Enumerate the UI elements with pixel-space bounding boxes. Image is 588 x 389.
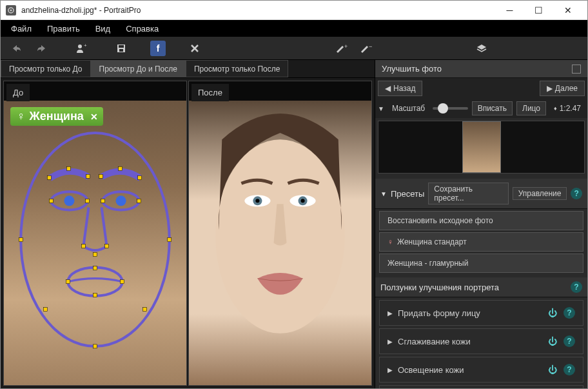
before-label: До: [6, 84, 30, 101]
maximize-button[interactable]: ☐: [524, 1, 553, 20]
svg-point-9: [21, 133, 170, 346]
brush-minus-button[interactable]: −: [355, 39, 377, 57]
svg-rect-21: [49, 199, 53, 203]
cancel-button[interactable]: [184, 39, 206, 57]
svg-rect-23: [101, 199, 105, 203]
slider-skin-smoothing[interactable]: ▶Сглаживание кожи⏻?: [379, 328, 583, 354]
chevron-down-icon: ▼: [380, 190, 387, 197]
svg-rect-31: [93, 294, 97, 297]
svg-rect-5: [119, 45, 124, 48]
help-icon[interactable]: ?: [564, 335, 575, 347]
svg-rect-18: [99, 174, 103, 178]
zoom-slider[interactable]: [433, 107, 467, 110]
gender-tag-close[interactable]: ✕: [90, 112, 98, 122]
gender-label: Женщина: [30, 110, 84, 123]
face-outline-overlay: [4, 101, 186, 385]
after-image-panel: После: [188, 81, 372, 386]
power-icon[interactable]: ⏻: [547, 364, 558, 375]
preview-strip[interactable]: [378, 121, 585, 174]
power-icon[interactable]: ⏻: [547, 307, 558, 319]
next-button[interactable]: ▶Далее: [540, 81, 585, 96]
svg-rect-29: [93, 266, 97, 270]
female-icon: ♀: [17, 110, 26, 123]
presets-label: Пресеты: [391, 189, 424, 199]
svg-rect-33: [168, 237, 172, 241]
save-preset-button[interactable]: Сохранить пресет...: [428, 183, 508, 204]
zoom-fit-button[interactable]: Вписать: [472, 101, 513, 115]
tab-before-after[interactable]: Просмотр До и После: [91, 60, 186, 77]
svg-text:+: +: [84, 43, 87, 48]
redo-button[interactable]: [30, 39, 52, 57]
help-icon[interactable]: ?: [571, 281, 582, 293]
svg-point-40: [255, 199, 259, 203]
preview-thumbnail[interactable]: [462, 121, 501, 173]
svg-rect-6: [119, 49, 123, 52]
add-person-button[interactable]: +: [70, 39, 92, 57]
svg-rect-20: [138, 175, 142, 179]
female-icon: ♀: [387, 237, 393, 246]
save-button[interactable]: [110, 39, 132, 57]
chevron-right-icon: ▶: [547, 84, 553, 93]
window-title: andzhelina-dzholi.jpg* - PortraitPro: [21, 6, 495, 15]
undo-button[interactable]: [6, 39, 28, 57]
manage-presets-button[interactable]: Управление: [513, 187, 567, 200]
svg-rect-35: [43, 308, 47, 312]
preset-woman-glamour[interactable]: Женщина - гламурный: [379, 254, 583, 273]
before-image[interactable]: [4, 101, 186, 385]
enhance-header-label: Улучшить фото: [382, 64, 442, 74]
help-icon[interactable]: ?: [564, 364, 575, 375]
preset-woman-standard[interactable]: ♀Женщина стандарт: [379, 232, 583, 252]
svg-point-12: [64, 195, 74, 206]
menu-file[interactable]: Файл: [3, 21, 39, 36]
brush-plus-button[interactable]: +: [330, 39, 352, 57]
svg-rect-22: [85, 199, 89, 203]
zoom-label: Масштаб: [388, 104, 429, 113]
tab-after-only[interactable]: Просмотр только После: [186, 60, 289, 77]
svg-rect-32: [19, 237, 23, 241]
close-button[interactable]: ✕: [553, 1, 582, 20]
svg-point-2: [78, 45, 82, 48]
svg-rect-16: [66, 166, 70, 170]
titlebar: andzhelina-dzholi.jpg* - PortraitPro ─ ☐…: [1, 1, 587, 20]
facebook-button[interactable]: f: [150, 41, 166, 56]
zoom-thumb[interactable]: [438, 103, 448, 114]
svg-rect-25: [81, 244, 85, 248]
slider-makeup[interactable]: ▶Макияж⏻?: [379, 385, 583, 388]
right-panel: Улучшить фото ◀Назад ▶Далее ▼ Масштаб Вп…: [375, 60, 587, 388]
after-face-illustration: [189, 101, 371, 385]
back-button[interactable]: ◀Назад: [378, 81, 422, 96]
power-icon[interactable]: ⏻: [547, 335, 558, 347]
slider-skin-lighting[interactable]: ▶Освещение кожи⏻?: [379, 357, 583, 383]
help-icon[interactable]: ?: [564, 307, 575, 319]
svg-rect-19: [119, 166, 122, 170]
tab-before-only[interactable]: Просмотр только До: [1, 60, 91, 77]
after-image[interactable]: [189, 101, 371, 385]
minimize-button[interactable]: ─: [495, 1, 524, 20]
popout-icon[interactable]: [572, 65, 581, 74]
svg-rect-26: [93, 253, 97, 257]
menu-help[interactable]: Справка: [118, 21, 166, 36]
svg-rect-34: [93, 344, 97, 348]
svg-rect-24: [137, 199, 141, 203]
menu-view[interactable]: Вид: [88, 21, 119, 36]
preset-restore-original[interactable]: Восстановить исходное фото: [379, 211, 583, 230]
layers-button[interactable]: [471, 39, 493, 57]
slider-face-shape[interactable]: ▶Придать форму лицу⏻?: [379, 300, 583, 326]
svg-rect-30: [121, 280, 124, 284]
zoom-value[interactable]: ♦1:2.47: [550, 103, 585, 114]
svg-rect-27: [105, 244, 109, 248]
svg-rect-36: [143, 308, 147, 312]
svg-point-14: [68, 268, 122, 296]
app-icon: [6, 5, 16, 15]
help-icon[interactable]: ?: [571, 188, 582, 199]
chevron-down-icon[interactable]: ▼: [378, 105, 384, 112]
gender-tag[interactable]: ♀ Женщина ✕: [10, 107, 103, 126]
view-tabs: Просмотр только До Просмотр До и После П…: [1, 60, 375, 78]
after-label: После: [191, 84, 229, 101]
menubar: Файл Править Вид Справка: [1, 20, 587, 37]
menu-edit[interactable]: Править: [39, 21, 88, 36]
svg-rect-17: [86, 174, 90, 178]
zoom-face-button[interactable]: Лицо: [516, 101, 546, 115]
toolbar: + f + −: [1, 37, 587, 60]
presets-header[interactable]: ▼ Пресеты Сохранить пресет... Управление…: [375, 179, 587, 209]
